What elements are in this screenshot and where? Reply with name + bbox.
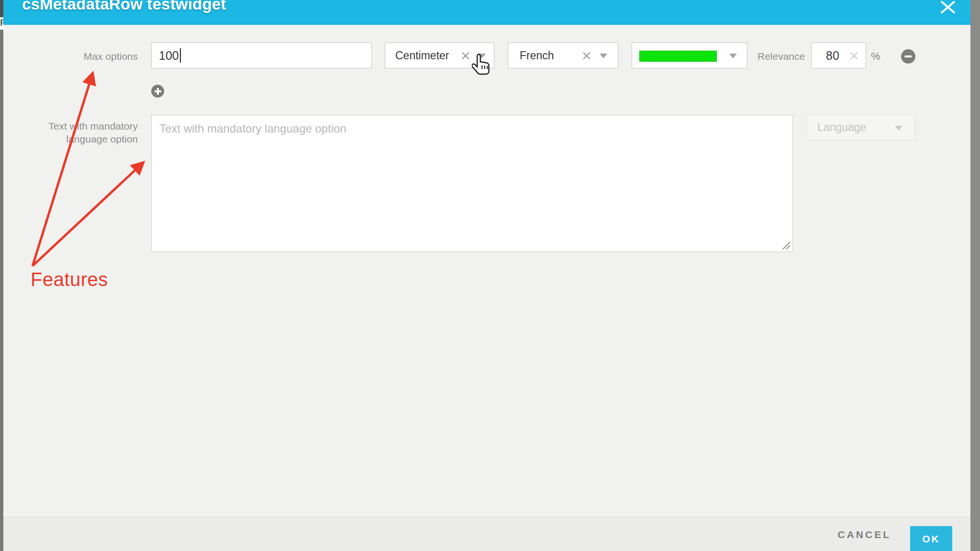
text-feature-label: Text with mandatory language option (29, 120, 138, 145)
text-feature-textarea[interactable] (151, 115, 793, 252)
clear-icon[interactable]: × (848, 49, 859, 62)
max-options-label: Max options (48, 51, 138, 62)
max-options-value: 100 (159, 49, 179, 63)
minus-icon (905, 55, 912, 57)
annotation-features-label: Features (31, 269, 108, 290)
clear-icon[interactable]: × (581, 49, 592, 62)
unit-select[interactable]: Centimeter × (385, 43, 494, 68)
max-options-input[interactable]: 100 (151, 43, 372, 68)
close-icon (934, 0, 962, 20)
dialog-header: csMetadataRow testwidget (3, 0, 970, 25)
background-letter: F (0, 17, 3, 30)
color-swatch (639, 51, 717, 62)
background-page-strip-left: F (0, 0, 3, 551)
chevron-down-icon[interactable] (478, 54, 486, 58)
annotation-arrows (0, 0, 980, 551)
text-language-select[interactable]: Language (806, 115, 915, 140)
chevron-down-icon[interactable] (895, 126, 902, 131)
relevance-input[interactable]: 80 × (811, 43, 866, 68)
text-caret (180, 48, 181, 63)
background-dark-block (0, 0, 3, 17)
add-row-button[interactable] (151, 85, 164, 98)
language-select-value: French (520, 49, 554, 62)
percent-sign: % (871, 50, 880, 63)
unit-select-value: Centimeter (395, 49, 449, 62)
dialog-screen: F csMetadataRow testwidget Max options 1… (0, 0, 980, 551)
dialog-footer: CANCEL OK (3, 517, 970, 551)
background-page-strip-right (970, 0, 980, 551)
relevance-label: Relevance (757, 51, 805, 62)
language-select[interactable]: French × (508, 43, 618, 68)
chevron-down-icon[interactable] (729, 54, 737, 58)
color-select[interactable] (632, 43, 747, 68)
text-language-placeholder: Language (817, 121, 866, 134)
remove-row-button[interactable] (901, 49, 915, 64)
ok-button[interactable]: OK (910, 526, 952, 551)
cancel-button[interactable]: CANCEL (835, 518, 894, 551)
dialog-title: csMetadataRow testwidget (22, 0, 226, 13)
close-button[interactable] (931, 0, 959, 19)
chevron-down-icon[interactable] (600, 54, 607, 58)
relevance-value: 80 (826, 49, 839, 63)
clear-icon[interactable]: × (460, 49, 471, 62)
